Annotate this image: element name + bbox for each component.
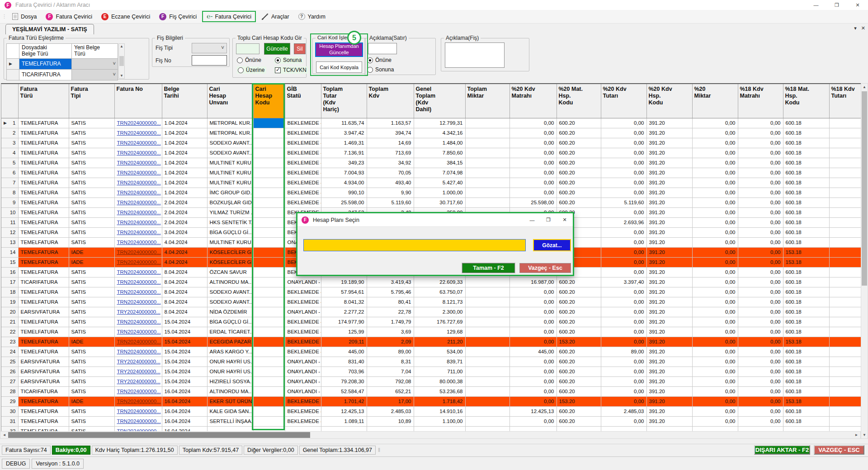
cell-kodu[interactable] [253,138,285,148]
cell-kh20[interactable]: 391.20 [646,307,692,317]
cell-mik20[interactable]: 0,00 [692,297,738,307]
cell-kh20[interactable]: 391.20 [646,327,692,337]
cell-mh20[interactable]: 600.20 [557,347,601,357]
cell-kodu[interactable] [253,347,285,357]
cell-genel[interactable]: 63.750,07 [414,287,465,297]
cell-no[interactable]: TRN2024000000... [114,277,162,287]
cell-turu[interactable]: TEMELFATURA [18,337,69,347]
cell-genel[interactable]: 14.910,16 [414,406,465,416]
cell-mh18[interactable]: 600.18 [783,128,829,138]
cell-m18[interactable]: 0,00 [738,257,783,267]
row-header[interactable]: 15 [1,257,18,267]
cell-t18[interactable] [829,357,861,367]
row-header[interactable]: 11 [1,217,18,227]
cell-gib[interactable]: BEKLEMEDE - SA... [285,327,321,337]
invoice-number-link[interactable]: TRN2024000000... [117,190,161,195]
cell-kodu[interactable] [253,337,285,347]
invoice-number-link[interactable]: TRN2024000000... [117,249,161,255]
cell-kdv[interactable]: 394,74 [367,128,414,138]
invoice-number-link[interactable]: TRN2024000000... [117,289,161,295]
cell-unvan[interactable]: NİDA ÖZDEMİR [207,307,253,317]
cell-kh20[interactable]: 391.20 [646,168,692,178]
cell-m20[interactable]: 25.598,00 [509,197,557,207]
cell-mik20[interactable]: 0,00 [692,197,738,207]
cell-t18[interactable] [829,138,861,148]
eslestirme-scrollbar[interactable]: ▲ ▼ [118,43,125,79]
cell-mh20[interactable]: 600.20 [557,367,601,376]
cell-genel[interactable]: 7.850,60 [414,148,465,158]
cell-mik20[interactable]: 0,00 [692,267,738,277]
cell-mh18[interactable]: 600.18 [783,357,829,367]
cell-t20[interactable]: 0,00 [601,327,646,337]
cell-kodu[interactable] [253,237,285,247]
dialog-title-bar[interactable]: F Hesap Planı Seçin — ❐ ✕ [297,213,573,227]
cell-genel[interactable]: 1.000,00 [414,188,465,197]
cell-t18[interactable] [829,247,861,257]
cell-genel[interactable]: 12.799,31 [414,118,465,128]
cell-mik20[interactable]: 0,00 [692,158,738,168]
cell-kh20[interactable]: 391.20 [646,148,692,158]
cell-t20[interactable]: 0,00 [601,138,646,148]
cell-mh18[interactable]: 600.18 [783,347,829,357]
cell-m20[interactable]: 12.425,13 [509,406,557,416]
cell-miktar[interactable] [465,357,509,367]
cell-t20[interactable]: 0,00 [601,267,646,277]
cell-no[interactable]: TRN2024000000... [114,297,162,307]
cell-tutar[interactable]: 19.189,90 [321,277,367,287]
cell-m18[interactable]: 0,00 [738,287,783,297]
cell-tarih[interactable]: 4.04.2024 [162,247,207,257]
cell-mh20[interactable]: 600.20 [557,287,601,297]
cell-mh20[interactable]: 600.20 [557,307,601,317]
cell-kodu[interactable] [253,148,285,158]
cell-no[interactable]: TRY2024000000... [114,376,162,386]
cell-gib[interactable]: BEKLEMEDE - SA... [285,297,321,307]
cell-turu[interactable]: TEMELFATURA [18,297,69,307]
cell-tutar[interactable]: 11.635,74 [321,118,367,128]
horizontal-scrollbar[interactable]: ◄ ► [0,431,861,439]
cell-tutar[interactable]: 831,40 [321,357,367,367]
cell-gib[interactable]: BEKLEMEDE - SA... [285,178,321,188]
cell-m18[interactable]: 0,00 [738,376,783,386]
cell-gib[interactable]: ONAYLANDI - S... [285,307,321,317]
cell-mik20[interactable]: 0,00 [692,386,738,396]
cell-tarih[interactable]: 15.04.2024 [162,347,207,357]
cell-tutar[interactable]: 7.136,91 [321,148,367,158]
menu-dosya[interactable]: Dosya [8,11,41,22]
cell-miktar[interactable] [465,317,509,327]
cell-mik20[interactable]: 0,00 [692,287,738,297]
cell-genel[interactable]: 711,00 [414,367,465,376]
row-header[interactable]: 30 [1,406,18,416]
cell-gib[interactable]: ONAYLANDI - S... [285,376,321,386]
cell-tipi[interactable]: SATIS [69,148,114,158]
cell-kodu[interactable] [253,367,285,376]
invoice-number-link[interactable]: TRY2024000000... [117,359,160,364]
column-header-rownum[interactable] [1,84,18,118]
cell-m18[interactable]: 0,00 [738,168,783,178]
column-header-mik20[interactable]: %20 Miktar [692,84,738,118]
cell-tipi[interactable]: SATIS [69,118,114,128]
cell-mh20[interactable] [557,426,601,431]
cell-mh20[interactable]: 600.20 [557,188,601,197]
cell-m20[interactable]: 445,00 [509,347,557,357]
cell-kh20[interactable]: 391.20 [646,287,692,297]
row-header[interactable]: 12 [1,227,18,237]
cell-kdv[interactable]: 34,92 [367,158,414,168]
cell-miktar[interactable] [465,148,509,158]
cell-turu[interactable]: TEMELFATURA [18,118,69,128]
cell-unvan[interactable]: BOZKUŞLAR GID... [207,197,253,207]
fis-no-input[interactable] [192,55,227,66]
row-header[interactable]: 18 [1,287,18,297]
cell-no[interactable]: TRN2024000000... [114,406,162,416]
cell-m18[interactable]: 0,00 [738,148,783,158]
cell-tipi[interactable]: SATIS [69,138,114,148]
cell-tarih[interactable]: 2.04.2024 [162,197,207,207]
cell-no[interactable]: TRN2024000000... [114,327,162,337]
cell-mh18[interactable]: 600.18 [783,227,829,237]
cell-genel[interactable]: 80.000,38 [414,376,465,386]
column-header-unvan[interactable]: Cari Hesap Unvanı [207,84,253,118]
cell-turu[interactable]: TEMELFATURA [18,158,69,168]
radio-onune[interactable]: Önüne [237,57,261,63]
row-header[interactable]: ▶1 [1,118,18,128]
cell-m18[interactable]: 0,00 [738,178,783,188]
cell-unvan[interactable]: MULTINET KURU... [207,158,253,168]
